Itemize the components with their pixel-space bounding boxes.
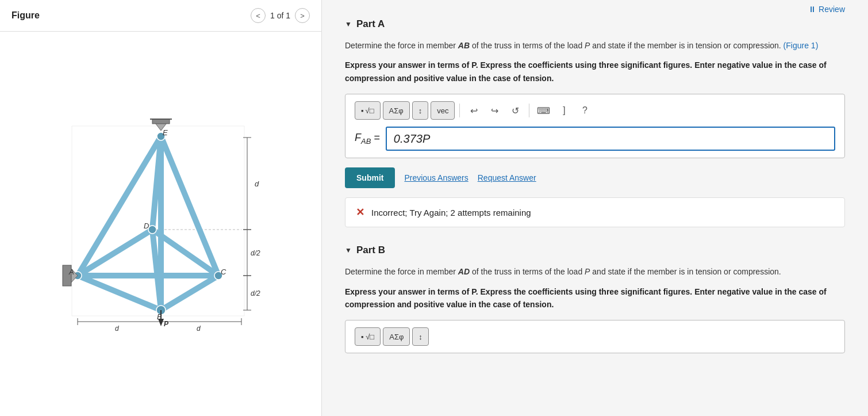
- math-label: FAB =: [355, 132, 380, 146]
- vec-button[interactable]: vec: [431, 101, 455, 120]
- svg-text:d: d: [197, 325, 201, 333]
- next-figure-button[interactable]: >: [295, 8, 310, 23]
- previous-answers-button[interactable]: Previous Answers: [404, 173, 468, 182]
- refresh-button[interactable]: ↺: [506, 101, 524, 120]
- part-a-section: ▼ Part A Determine the force in member A…: [345, 18, 845, 227]
- undo-button[interactable]: ↩: [464, 101, 483, 120]
- svg-text:E: E: [163, 128, 168, 137]
- keyboard-button[interactable]: ⌨: [534, 101, 552, 120]
- review-bar: ⏸ Review: [345, 0, 845, 18]
- figure-canvas: d d/2 d/2 d d: [0, 32, 321, 416]
- part-b-header: ▼ Part B: [345, 245, 845, 256]
- bracket-button[interactable]: ]: [555, 101, 573, 120]
- svg-text:d: d: [255, 180, 259, 188]
- svg-text:A: A: [68, 268, 74, 276]
- math-toolbar: ▪ √□ ΑΣφ ↕ vec ↩ ↪ ↺ ⌨ ] ?: [355, 101, 835, 120]
- part-a-instruction: Express your answer in terms of P. Expre…: [345, 59, 845, 85]
- svg-text:C: C: [221, 268, 226, 276]
- part-b-input-container: ▪ √□ ΑΣφ ↕: [345, 320, 845, 353]
- math-input-container: ▪ √□ ΑΣφ ↕ vec ↩ ↪ ↺ ⌨ ] ?: [345, 94, 845, 158]
- submit-button[interactable]: Submit: [345, 167, 395, 188]
- feedback-box: ✕ Incorrect; Try Again; 2 attempts remai…: [345, 197, 845, 227]
- redo-button[interactable]: ↪: [485, 101, 504, 120]
- request-answer-button[interactable]: Request Answer: [478, 173, 536, 182]
- truss-diagram: d d/2 d/2 d d: [37, 115, 285, 333]
- svg-point-32: [148, 226, 156, 234]
- part-a-header: ▼ Part A: [345, 18, 845, 30]
- part-b-collapse-arrow[interactable]: ▼: [345, 246, 352, 254]
- svg-text:P: P: [164, 320, 169, 328]
- math-input-row: FAB =: [355, 127, 835, 151]
- figure-nav: < 1 of 1 >: [251, 8, 310, 23]
- part-b-greek-button[interactable]: ΑΣφ: [383, 327, 410, 346]
- figure-link[interactable]: (Figure 1): [783, 41, 819, 50]
- svg-text:d/2: d/2: [251, 249, 260, 257]
- pause-icon: ⏸: [808, 5, 816, 14]
- updown-button[interactable]: ↕: [412, 101, 429, 120]
- review-button[interactable]: ⏸ Review: [808, 5, 845, 14]
- toolbar-separator-1: [459, 104, 460, 117]
- math-input-field[interactable]: [386, 127, 835, 151]
- part-b-label: Part B: [356, 245, 385, 256]
- part-b-updown-button[interactable]: ↕: [412, 327, 429, 346]
- part-b-toolbar: ▪ √□ ΑΣφ ↕: [355, 327, 835, 346]
- radical-button[interactable]: ▪ √□: [355, 101, 381, 120]
- part-a-label: Part A: [356, 18, 385, 30]
- part-a-description: Determine the force in member AB of the …: [345, 39, 845, 52]
- part-b-section: ▼ Part B Determine the force in member A…: [345, 245, 845, 353]
- svg-text:B: B: [157, 312, 162, 321]
- toolbar-separator-2: [529, 104, 529, 117]
- svg-text:D: D: [144, 222, 149, 230]
- left-panel: Figure < 1 of 1 > d d/2 d/2: [0, 0, 322, 416]
- prev-figure-button[interactable]: <: [251, 8, 266, 23]
- incorrect-icon: ✕: [356, 206, 364, 219]
- radical-icon: ▪: [361, 106, 364, 115]
- help-button[interactable]: ?: [575, 101, 594, 120]
- svg-text:d: d: [115, 325, 119, 333]
- page-indicator: 1 of 1: [270, 11, 290, 20]
- part-a-collapse-arrow[interactable]: ▼: [345, 20, 352, 28]
- feedback-text: Incorrect; Try Again; 2 attempts remaini…: [371, 208, 531, 217]
- greek-button[interactable]: ΑΣφ: [383, 101, 410, 120]
- svg-rect-37: [152, 119, 170, 124]
- figure-header: Figure < 1 of 1 >: [0, 0, 321, 32]
- svg-text:d/2: d/2: [251, 289, 260, 297]
- action-row: Submit Previous Answers Request Answer: [345, 167, 845, 188]
- part-b-description: Determine the force in member AD of the …: [345, 265, 845, 278]
- part-b-radical-button[interactable]: ▪ √□: [355, 327, 381, 346]
- right-panel: ⏸ Review ▼ Part A Determine the force in…: [322, 0, 868, 416]
- figure-title: Figure: [11, 10, 40, 21]
- part-b-instruction: Express your answer in terms of P. Expre…: [345, 285, 845, 311]
